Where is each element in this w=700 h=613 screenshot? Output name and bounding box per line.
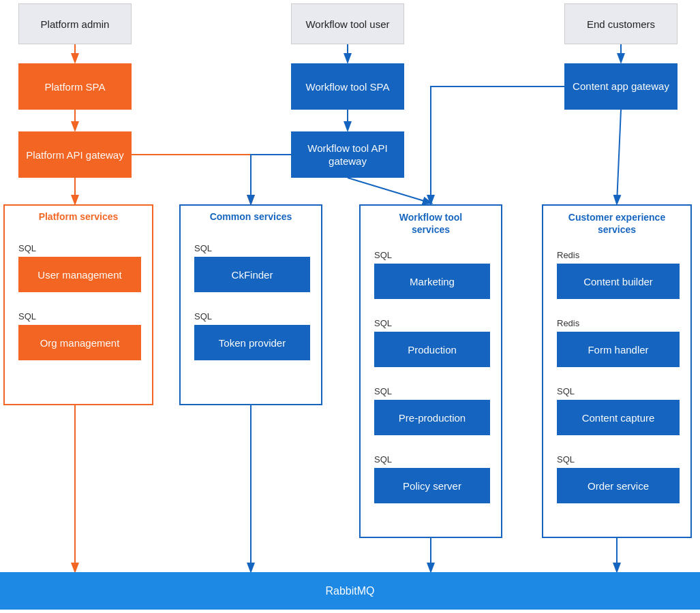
sql-label-user-mgmt: SQL — [18, 243, 36, 253]
platform-spa-box: Platform SPA — [18, 63, 132, 110]
sql-label-pre-production: SQL — [374, 386, 392, 396]
form-handler-box: Form handler — [557, 332, 680, 367]
pre-production-box: Pre-production — [374, 400, 490, 435]
redis-label-form-handler: Redis — [557, 318, 579, 328]
sql-label-order-service: SQL — [557, 454, 575, 465]
platform-api-gateway-box: Platform API gateway — [18, 131, 132, 178]
workflow-tool-spa-box: Workflow tool SPA — [291, 63, 404, 110]
sql-label-policy-server: SQL — [374, 454, 392, 465]
sql-label-production: SQL — [374, 318, 392, 328]
content-app-gateway-box: Content app gateway — [564, 63, 678, 110]
redis-label-content-builder: Redis — [557, 250, 579, 260]
order-service-box: Order service — [557, 468, 680, 503]
sql-label-ckfinder: SQL — [194, 243, 212, 253]
sql-label-marketing: SQL — [374, 250, 392, 260]
org-management-box: Org management — [18, 325, 141, 360]
platform-services-group: Platform services SQL User management SQ… — [3, 204, 153, 405]
customer-experience-services-group: Customer experienceservices Redis Conten… — [542, 204, 692, 538]
token-provider-box: Token provider — [194, 325, 310, 360]
workflow-tool-services-group: Workflow toolservices SQL Marketing SQL … — [359, 204, 502, 538]
policy-server-box: Policy server — [374, 468, 490, 503]
sql-label-org-mgmt: SQL — [18, 311, 36, 321]
actor-platform-admin: Platform admin — [18, 3, 132, 44]
svg-line-7 — [617, 110, 621, 203]
ckfinder-box: CkFinder — [194, 257, 310, 292]
rabbitmq-bar: RabbitMQ — [0, 572, 700, 610]
architecture-diagram: Platform admin Workflow tool user End cu… — [0, 0, 700, 613]
common-services-title: Common services — [181, 211, 321, 222]
actor-workflow-tool-user: Workflow tool user — [291, 3, 404, 44]
svg-line-5 — [348, 178, 431, 203]
content-capture-box: Content capture — [557, 400, 680, 435]
actor-end-customers: End customers — [564, 3, 678, 44]
sql-label-token-provider: SQL — [194, 311, 212, 321]
content-builder-box: Content builder — [557, 264, 680, 299]
common-services-group: Common services SQL CkFinder SQL Token p… — [179, 204, 322, 405]
workflow-tool-services-title: Workflow toolservices — [361, 211, 501, 236]
sql-label-content-capture: SQL — [557, 386, 575, 396]
marketing-box: Marketing — [374, 264, 490, 299]
customer-experience-services-title: Customer experienceservices — [543, 211, 690, 236]
user-management-box: User management — [18, 257, 141, 292]
workflow-tool-api-gateway-box: Workflow tool API gateway — [291, 131, 404, 178]
platform-services-title: Platform services — [5, 211, 152, 222]
production-box: Production — [374, 332, 490, 367]
